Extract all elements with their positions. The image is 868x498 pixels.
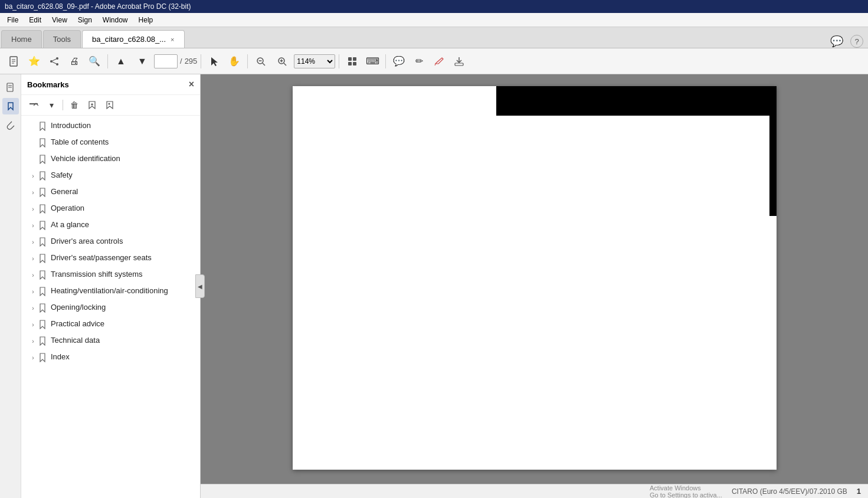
menu-window[interactable]: Window xyxy=(98,15,133,25)
menu-edit[interactable]: Edit xyxy=(24,15,46,25)
sidebar: Bookmarks × ▾ 🗑 IntroductionTable of con… xyxy=(0,74,201,498)
svg-point-4 xyxy=(56,57,58,60)
bookmark-item[interactable]: ›Transmission shift systems xyxy=(21,267,200,283)
title-text: ba_citaro_c628.08_09-.pdf - Adobe Acroba… xyxy=(5,2,863,11)
search-button[interactable]: 🔍 xyxy=(85,52,104,71)
zoom-select[interactable]: 114% 100% 125% 150% xyxy=(294,54,335,68)
share-button[interactable] xyxy=(45,52,64,71)
page-total: 295 xyxy=(185,57,198,65)
bookmarks-image-button[interactable] xyxy=(102,97,117,113)
bookmark-chevron-icon[interactable]: › xyxy=(28,253,38,264)
bookmark-ribbon-icon xyxy=(38,186,47,198)
bookmark-chevron-icon[interactable]: › xyxy=(28,186,38,198)
bookmark-ribbon-icon xyxy=(38,120,47,132)
help-icon[interactable]: ? xyxy=(850,35,863,48)
bookmarks-menu-button[interactable]: ▾ xyxy=(44,97,59,113)
zoom-out-button[interactable] xyxy=(251,52,270,71)
tab-close-icon[interactable]: × xyxy=(171,36,174,43)
bookmark-label: Heating/ventilation/air-conditioning xyxy=(51,286,195,296)
keyboard-shortcut-button[interactable]: ⌨ xyxy=(363,52,382,71)
select-mode-button[interactable] xyxy=(205,52,224,71)
page-number-input[interactable]: 1 xyxy=(154,54,178,68)
bookmark-chevron-icon[interactable]: › xyxy=(28,319,38,330)
menu-bar: File Edit View Sign Window Help xyxy=(0,13,868,27)
highlight-button[interactable]: ✏ xyxy=(410,52,428,71)
bookmark-item[interactable]: ›Practical advice xyxy=(21,316,200,333)
zoom-controls: 114% 100% 125% 150% xyxy=(251,52,335,71)
sidebar-collapse-handle[interactable]: ◀ xyxy=(195,274,205,298)
left-icon-attachments[interactable] xyxy=(2,117,19,133)
bookmarks-options-button[interactable] xyxy=(26,97,41,113)
svg-rect-21 xyxy=(455,63,463,65)
left-icon-pages[interactable] xyxy=(2,79,19,96)
bookmark-item[interactable]: Introduction xyxy=(21,118,200,135)
hand-tool-button[interactable]: ✋ xyxy=(225,52,244,71)
bookmark-chevron-icon[interactable]: › xyxy=(28,219,38,231)
status-bar: Activate Windows Go to Settings to activ… xyxy=(201,484,868,498)
bookmark-label: Introduction xyxy=(51,120,195,131)
bookmark-item[interactable]: ›Safety xyxy=(21,168,200,184)
bookmark-chevron-icon[interactable]: › xyxy=(28,302,38,314)
bookmark-label: At a glance xyxy=(51,219,195,230)
chat-icon[interactable]: 💬 xyxy=(830,35,843,48)
svg-rect-18 xyxy=(348,62,352,65)
svg-line-7 xyxy=(53,59,56,61)
bookmark-item[interactable]: ›At a glance xyxy=(21,217,200,234)
bookmark-chevron-icon[interactable]: › xyxy=(28,352,38,363)
bookmark-item[interactable]: ›Driver's area controls xyxy=(21,234,200,250)
zoom-in-button[interactable] xyxy=(273,52,291,71)
tab-home[interactable]: Home xyxy=(1,30,42,48)
bookmark-label: General xyxy=(51,186,195,197)
prev-page-button[interactable]: ▲ xyxy=(112,52,130,71)
bookmark-label: Safety xyxy=(51,170,195,181)
print-button[interactable]: 🖨 xyxy=(65,52,84,71)
bookmark-ribbon-icon xyxy=(38,286,47,297)
bookmark-item[interactable]: ›General xyxy=(21,184,200,201)
bookmark-chevron-icon[interactable]: › xyxy=(28,170,38,182)
bookmark-ribbon-icon xyxy=(38,269,47,281)
new-document-button[interactable] xyxy=(5,52,24,71)
bookmark-chevron-icon[interactable]: › xyxy=(28,203,38,215)
bookmarks-add-button[interactable] xyxy=(84,97,100,113)
bookmark-chevron-icon[interactable]: › xyxy=(28,286,38,297)
export-button[interactable] xyxy=(450,52,469,71)
bookmarks-title: Bookmarks xyxy=(27,80,69,89)
bookmark-ribbon-icon xyxy=(38,219,47,231)
main-content: Bookmarks × ▾ 🗑 IntroductionTable of con… xyxy=(0,74,868,498)
menu-sign[interactable]: Sign xyxy=(73,15,97,25)
bookmark-ribbon-icon xyxy=(38,137,47,149)
bookmark-item[interactable]: Vehicle identification xyxy=(21,151,200,168)
bookmark-item[interactable]: ›Driver's seat/passenger seats xyxy=(21,250,200,267)
pdf-area[interactable]: Activate Windows Go to Settings to activ… xyxy=(201,74,868,498)
bookmark-label: Driver's seat/passenger seats xyxy=(51,253,195,263)
bookmark-item[interactable]: ›Operation xyxy=(21,201,200,217)
draw-button[interactable] xyxy=(430,52,448,71)
bookmarks-close-button[interactable]: × xyxy=(189,79,194,90)
pdf-black-header xyxy=(496,86,777,116)
svg-rect-17 xyxy=(353,57,356,61)
next-page-button[interactable]: ▼ xyxy=(133,52,152,71)
bookmark-item[interactable]: Table of contents xyxy=(21,135,200,151)
bookmark-chevron-icon[interactable]: › xyxy=(28,335,38,347)
bookmark-chevron-icon[interactable]: › xyxy=(28,236,38,248)
tab-tools[interactable]: Tools xyxy=(43,30,81,48)
comment-button[interactable]: 💬 xyxy=(389,52,408,71)
left-icon-bookmarks[interactable] xyxy=(2,98,19,114)
view-mode-button[interactable] xyxy=(343,52,362,71)
bookmark-item[interactable]: ›Index xyxy=(21,349,200,366)
menu-file[interactable]: File xyxy=(2,15,23,25)
bookmark-chevron-icon[interactable]: › xyxy=(28,269,38,281)
bookmark-ribbon-icon xyxy=(38,352,47,363)
bookmark-button[interactable]: ⭐ xyxy=(25,52,44,71)
bookmark-label: Practical advice xyxy=(51,319,195,329)
tab-active-document[interactable]: ba_citaro_c628.08_... × xyxy=(82,30,184,48)
bookmark-item[interactable]: ›Heating/ventilation/air-conditioning xyxy=(21,283,200,300)
bookmark-item[interactable]: ›Technical data xyxy=(21,333,200,349)
title-bar: ba_citaro_c628.08_09-.pdf - Adobe Acroba… xyxy=(0,0,868,13)
bookmarks-delete-button[interactable]: 🗑 xyxy=(67,97,82,113)
page-navigation: ▲ ▼ 1 / 295 xyxy=(112,52,197,71)
toolbar-separator-1 xyxy=(107,54,108,68)
bookmark-item[interactable]: ›Opening/locking xyxy=(21,300,200,316)
menu-help[interactable]: Help xyxy=(134,15,158,25)
menu-view[interactable]: View xyxy=(47,15,72,25)
